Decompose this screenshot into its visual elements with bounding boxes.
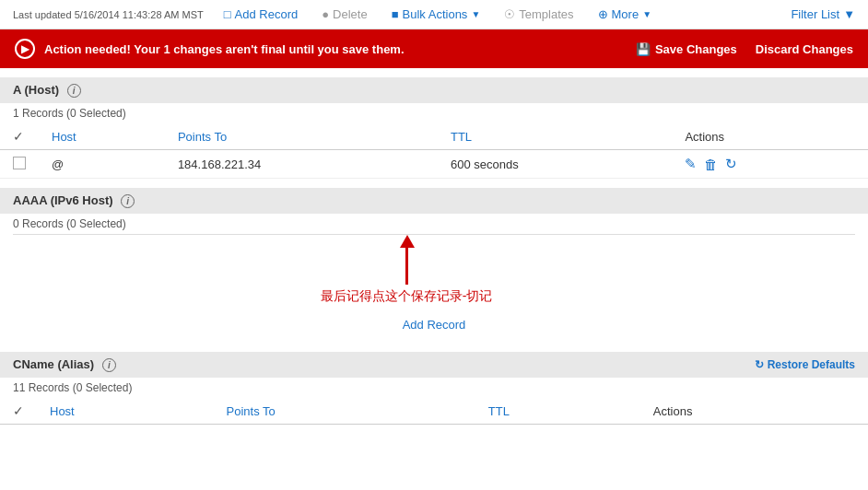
section-a-title: A (Host) [13, 83, 59, 97]
delete-button[interactable]: ● Delete [318, 6, 370, 23]
banner-play-icon: ▶ [15, 39, 35, 59]
restore-defaults-button[interactable]: ↻ Restore Defaults [755, 358, 855, 371]
select-all-check[interactable]: ✓ [0, 123, 39, 150]
action-banner: ▶ Action needed! Your 1 changes aren't f… [0, 29, 868, 68]
cname-col-actions-header: Actions [640, 398, 868, 425]
section-cname-table: ✓ Host Points To TTL Actions [0, 398, 868, 425]
section-a-table-wrap: ✓ Host Points To TTL Actions @ 184.168.2… [0, 123, 868, 179]
row-checkbox[interactable] [13, 157, 26, 169]
section-cname-title: CName (Alias) [13, 357, 94, 371]
add-record-icon: □ [224, 7, 231, 21]
banner-actions: 💾 Save Changes Discard Changes [636, 42, 853, 56]
templates-icon: ☉ [504, 7, 515, 21]
section-cname-table-wrap: ✓ Host Points To TTL Actions [0, 398, 868, 425]
restore-icon: ↻ [755, 358, 764, 371]
section-aaaa-count: 0 Records (0 Selected) [0, 214, 868, 234]
col-actions-header: Actions [672, 123, 868, 150]
row-checkbox-cell [0, 150, 39, 179]
banner-message: Action needed! Your 1 changes aren't fin… [44, 42, 627, 56]
restore-row-icon[interactable]: ↻ [725, 156, 737, 172]
section-cname-count: 11 Records (0 Selected) [0, 378, 868, 398]
add-record-link[interactable]: Add Record [0, 307, 868, 343]
row-action-icons: ✎ 🗑 ↻ [685, 156, 855, 172]
bulk-icon: ■ [392, 7, 399, 21]
filter-list-button[interactable]: Filter List ▼ [791, 7, 855, 21]
more-dropdown-icon: ▼ [642, 9, 651, 19]
section-aaaa-info-icon[interactable]: i [121, 194, 135, 208]
row-host: @ [39, 150, 165, 179]
col-ttl-header[interactable]: TTL [438, 123, 672, 150]
edit-icon[interactable]: ✎ [685, 156, 697, 172]
delete-icon: ● [322, 7, 329, 21]
section-a-table: ✓ Host Points To TTL Actions @ 184.168.2… [0, 123, 868, 179]
toolbar: Last updated 5/16/2014 11:43:28 AM MST □… [0, 0, 868, 29]
filter-dropdown-icon: ▼ [843, 7, 855, 21]
discard-changes-button[interactable]: Discard Changes [756, 42, 853, 56]
col-points-to-header[interactable]: Points To [165, 123, 438, 150]
arrow-container [405, 239, 408, 285]
templates-button[interactable]: ☉ Templates [500, 6, 577, 23]
section-a-header-row: ✓ Host Points To TTL Actions [0, 123, 868, 150]
table-row: @ 184.168.221.34 600 seconds ✎ 🗑 ↻ [0, 150, 868, 179]
annotation-text: 最后记得点这个保存记录-切记 [321, 285, 493, 307]
row-ttl: 600 seconds [438, 150, 672, 179]
row-actions: ✎ 🗑 ↻ [672, 150, 868, 179]
arrow-up-icon [405, 248, 408, 285]
section-aaaa-header: AAAA (IPv6 Host) i [0, 188, 868, 214]
section-cname-header: CName (Alias) i ↻ Restore Defaults [0, 352, 868, 378]
cname-select-all-check[interactable]: ✓ [0, 398, 37, 425]
cname-col-ttl-header[interactable]: TTL [475, 398, 640, 425]
bulk-actions-button[interactable]: ■ Bulk Actions ▼ [388, 6, 485, 23]
col-host-header[interactable]: Host [39, 123, 165, 150]
cname-col-points-to-header[interactable]: Points To [214, 398, 475, 425]
section-cname-header-row: ✓ Host Points To TTL Actions [0, 398, 868, 425]
toolbar-left: Last updated 5/16/2014 11:43:28 AM MST □… [13, 6, 774, 23]
section-a-count: 1 Records (0 Selected) [0, 103, 868, 123]
add-record-toolbar-button[interactable]: □ Add Record [220, 6, 302, 23]
section-aaaa-title: AAAA (IPv6 Host) [13, 193, 113, 207]
more-button[interactable]: ⊕ More ▼ [594, 6, 656, 23]
section-a-header: A (Host) i [0, 77, 868, 103]
section-cname-info-icon[interactable]: i [102, 358, 116, 372]
last-updated-text: Last updated 5/16/2014 11:43:28 AM MST [13, 9, 204, 20]
section-a-info-icon[interactable]: i [67, 84, 81, 98]
save-changes-button[interactable]: 💾 Save Changes [636, 42, 737, 56]
row-points-to: 184.168.221.34 [165, 150, 438, 179]
bulk-actions-dropdown-icon: ▼ [471, 9, 480, 19]
save-icon: 💾 [636, 42, 651, 56]
cname-col-host-header[interactable]: Host [37, 398, 214, 425]
more-icon: ⊕ [598, 7, 608, 21]
delete-row-icon[interactable]: 🗑 [704, 157, 718, 172]
